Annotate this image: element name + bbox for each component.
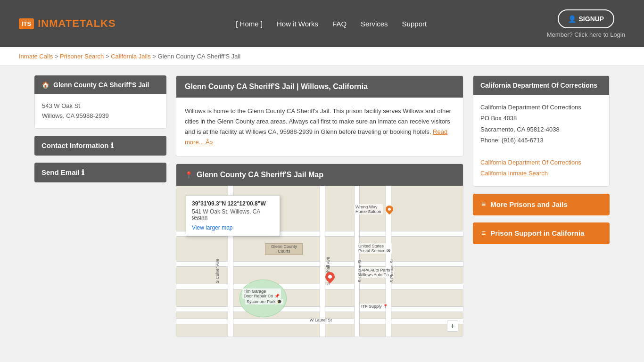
map-label-sycamore: Sycamore Park 🎓 (245, 299, 283, 304)
map-zoom-in-button[interactable]: + (447, 321, 458, 332)
jail-address: 543 W Oak St Willows, CA 95988-2939 (42, 101, 159, 121)
street-label-culver: S Culver Ave (215, 259, 220, 283)
left-sidebar: Glenn County CA Sheriff'S Jail 543 W Oak… (34, 75, 166, 337)
main-content: Glenn County CA Sheriff'S Jail 543 W Oak… (20, 75, 624, 337)
right-sidebar: California Department Of Corrections Cal… (473, 75, 610, 337)
dept-inmate-search-link[interactable]: California Inmate Search (480, 168, 602, 179)
nav-support[interactable]: Support (402, 20, 427, 28)
map-label-itf: ITF Supply 📍 (360, 304, 389, 309)
red-location-marker (325, 272, 335, 283)
map-card: Glenn County CA Sheriff'S Jail Map (176, 164, 463, 337)
list-icon-1 (481, 200, 486, 209)
orange-location-marker (386, 206, 393, 214)
dept-po-box: PO Box 4038 (480, 113, 602, 123)
map-label-garage: Tim GarageDoor Repair Co 📌 (242, 288, 281, 299)
jail-address-body: 543 W Oak St Willows, CA 95988-2939 (34, 94, 166, 129)
contact-info-card[interactable]: Contact Information ℹ (34, 136, 166, 156)
nav-home[interactable]: [ Home ] (236, 20, 263, 28)
send-email-header[interactable]: Send Email ℹ (34, 163, 166, 182)
jail-name-header: Glenn County CA Sheriff'S Jail (34, 75, 166, 94)
map-popup: 39°31'09.3"N 122°12'00.8"W 541 W Oak St,… (186, 195, 280, 236)
user-icon: 👤 (568, 15, 576, 23)
description-card-header: Glenn County CA Sheriff'S Jail | Willows… (176, 76, 463, 98)
description-card-body: Willows is home to the Glenn County CA S… (176, 98, 463, 156)
logo: ITS INMATETALKS (19, 17, 116, 30)
description-text: Willows is home to the Glenn County CA S… (185, 107, 451, 135)
member-login-text[interactable]: Member? Click here to Login (547, 31, 625, 38)
logo-text-orange: TALKS (80, 17, 116, 29)
header-right: 👤 SIGNUP Member? Click here to Login (547, 9, 625, 38)
breadcrumb-bar: Inmate Calls > Prisoner Search > Califor… (0, 47, 644, 66)
map-popup-coords: 39°31'09.3"N 122°12'00.8"W (192, 200, 274, 207)
contact-info-header[interactable]: Contact Information ℹ (34, 136, 166, 156)
dept-card-body: California Department Of Corrections PO … (473, 95, 609, 186)
send-email-title: Send Email ℹ (41, 168, 84, 177)
breadcrumb-prisoner-search[interactable]: Prisoner Search (60, 53, 104, 60)
map-card-header: Glenn County CA Sheriff'S Jail Map (176, 164, 463, 186)
dept-corrections-link[interactable]: California Department Of Corrections (480, 157, 602, 168)
breadcrumb-separator-2: > (106, 53, 111, 60)
pin-icon (185, 171, 193, 179)
more-prisons-card[interactable]: More Prisons and Jails (473, 194, 610, 215)
description-card: Glenn County CA Sheriff'S Jail | Willows… (176, 75, 463, 156)
prison-support-label: Prison Support in California (490, 229, 584, 237)
dept-card-header: California Department Of Corrections (473, 76, 609, 95)
breadcrumb-california-jails[interactable]: California Jails (111, 53, 151, 60)
map-label-napa: NAPA Auto PartsWillows Auto Pa... (357, 267, 394, 278)
prison-support-card[interactable]: Prison Support in California (473, 222, 610, 244)
breadcrumb-inmate-calls[interactable]: Inmate Calls (19, 53, 53, 60)
breadcrumb-current: Glenn County CA Sheriff'S Jail (158, 53, 241, 60)
jail-name-card: Glenn County CA Sheriff'S Jail 543 W Oak… (34, 75, 166, 129)
jail-name-title: Glenn County CA Sheriff'S Jail (53, 81, 149, 89)
logo-text: INMATETALKS (38, 17, 116, 30)
description-title: Glenn County CA Sheriff'S Jail | Willows… (185, 82, 368, 91)
street-v-2 (320, 186, 325, 337)
nav-faq[interactable]: FAQ (332, 20, 347, 28)
map-title: Glenn County CA Sheriff'S Jail Map (197, 171, 323, 179)
map-label-postal: United StatesPostal Service ✉ (357, 243, 392, 254)
list-icon-2 (481, 229, 486, 238)
signup-button[interactable]: 👤 SIGNUP (558, 9, 615, 28)
street-label-lassen: S Lassen St (357, 260, 362, 283)
breadcrumb: Inmate Calls > Prisoner Search > Califor… (19, 53, 625, 60)
middle-content: Glenn County CA Sheriff'S Jail | Willows… (176, 75, 463, 337)
view-larger-map-link[interactable]: View larger map (192, 224, 274, 231)
send-email-card[interactable]: Send Email ℹ (34, 163, 166, 182)
map-label-laurel: W Laurel St (308, 317, 333, 323)
home-icon (41, 81, 50, 89)
jail-address-line2: Willows, CA 95988-2939 (42, 111, 159, 121)
dept-city-state: Sacramento, CA 95812-4038 (480, 124, 602, 135)
jail-address-line1: 543 W Oak St (42, 101, 159, 111)
more-prisons-label: More Prisons and Jails (490, 200, 567, 208)
dept-phone: Phone: (916) 445-6713 (480, 135, 602, 146)
street-label-plumas: S Plumas St (389, 260, 394, 283)
signup-label: SIGNUP (579, 15, 604, 23)
contact-info-title: Contact Information ℹ (41, 141, 114, 150)
map-label-saloon: Wrong WayHome Saloon (354, 204, 383, 214)
nav-how-it-works[interactable]: How it Works (277, 20, 318, 28)
logo-box: ITS (19, 18, 34, 29)
dept-name: California Department Of Corrections (480, 102, 602, 113)
header: ITS INMATETALKS [ Home ] How it Works FA… (0, 0, 644, 47)
map-popup-address: 541 W Oak St, Willows, CA 95988 (192, 208, 274, 222)
dept-card: California Department Of Corrections Cal… (473, 75, 610, 187)
nav-services[interactable]: Services (361, 20, 388, 28)
breadcrumb-separator-1: > (55, 53, 60, 60)
logo-text-light: INMATE (38, 17, 80, 29)
map-container[interactable]: Glenn County Courts Wrong WayHome Saloon… (176, 186, 463, 337)
breadcrumb-separator-3: > (152, 53, 157, 60)
court-block: Glenn County Courts (265, 243, 303, 255)
main-nav: [ Home ] How it Works FAQ Services Suppo… (236, 20, 427, 28)
